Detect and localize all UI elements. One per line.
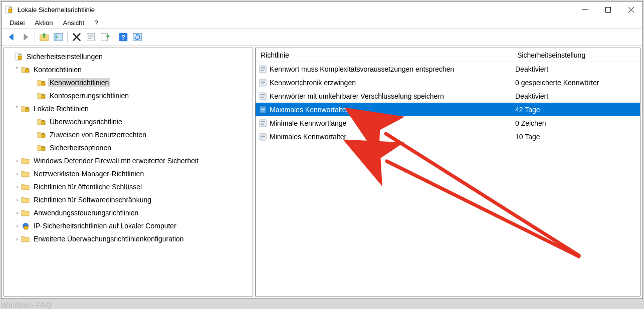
column-header-setting[interactable]: Sicherheitseinstellung xyxy=(514,51,640,59)
toolbar-back[interactable] xyxy=(5,30,19,44)
policy-row[interactable]: Kennwörter mit umkehrbarer Verschlüsselu… xyxy=(256,89,640,103)
toolbar-refresh[interactable] xyxy=(130,30,144,44)
tree-item[interactable]: ·Kontosperrungsrichtlinien xyxy=(5,89,252,102)
policy-value: 10 Tage xyxy=(515,133,640,141)
tree-item[interactable]: ›Erweiterte Überwachungsrichtlinienkonfi… xyxy=(5,232,252,245)
menu-file[interactable]: Datei xyxy=(5,18,30,28)
tree-twisty[interactable]: › xyxy=(13,197,21,203)
tree-label: Kontosperrungsrichtlinien xyxy=(48,91,130,100)
ipsec-icon-icon xyxy=(21,221,30,230)
folder-lock-icon xyxy=(37,143,46,152)
policy-icon xyxy=(259,132,268,141)
tree-label: Kontorichtlinien xyxy=(32,65,83,74)
policy-name: Minimale Kennwortlänge xyxy=(270,119,515,127)
tree-label: Anwendungssteuerungsrichtlinien xyxy=(32,208,140,217)
tree-label: Kennwortrichtlinien xyxy=(48,78,110,87)
policy-value: 0 Zeichen xyxy=(515,119,640,127)
policy-value: 42 Tage xyxy=(515,106,640,114)
tree-label: Überwachungsrichtlinie xyxy=(48,117,124,126)
toolbar-help[interactable] xyxy=(116,30,130,44)
menu-help[interactable]: ? xyxy=(89,18,103,28)
tree-item[interactable]: ›Richtlinien für Softwareeinschränkung xyxy=(5,193,252,206)
folder-closed-icon xyxy=(21,195,30,204)
policy-value: Deaktiviert xyxy=(515,92,640,100)
folder-lock-icon xyxy=(21,104,30,113)
policy-value: 0 gespeicherte Kennwörter xyxy=(515,79,640,87)
toolbar-export-list[interactable] xyxy=(98,30,112,44)
toolbar xyxy=(2,29,642,46)
tree-twisty: · xyxy=(29,145,37,151)
policy-row[interactable]: Kennwort muss Komplexitätsvoraussetzunge… xyxy=(256,62,640,76)
tree-item[interactable]: ›Anwendungssteuerungsrichtlinien xyxy=(5,206,252,219)
policy-name: Minimales Kennwortalter xyxy=(270,133,515,141)
list-header: Richtlinie Sicherheitseinstellung xyxy=(256,48,640,62)
tree-item[interactable]: ›Netzwerklisten-Manager-Richtlinien xyxy=(5,167,252,180)
tree-item[interactable]: ·Zuweisen von Benutzerrechten xyxy=(5,128,252,141)
watermark: Windows-FAQ xyxy=(1,300,52,309)
policy-row[interactable]: Minimale Kennwortlänge0 Zeichen xyxy=(256,116,640,130)
folder-closed-icon xyxy=(21,169,30,178)
toolbar-show-hide-tree[interactable] xyxy=(51,30,65,44)
folder-closed-icon xyxy=(21,208,30,217)
tree-item[interactable]: ˅Kontorichtlinien xyxy=(5,63,252,76)
menu-bar: Datei Aktion Ansicht ? xyxy=(2,18,642,29)
tree-item[interactable]: ˅Lokale Richtlinien xyxy=(5,102,252,115)
policy-row[interactable]: Maximales Kennwortalter42 Tage xyxy=(256,103,640,116)
tree-item[interactable]: ·Sicherheitsoptionen xyxy=(5,141,252,154)
column-header-policy[interactable]: Richtlinie xyxy=(258,51,514,59)
policy-row[interactable]: Kennwortchronik erzwingen0 gespeicherte … xyxy=(256,76,640,89)
tree-label: Lokale Richtlinien xyxy=(32,104,90,113)
tree-twisty: · xyxy=(29,80,37,86)
policy-value: Deaktiviert xyxy=(515,65,640,73)
tree-pane: ·Sicherheitseinstellungen˅Kontorichtlini… xyxy=(4,48,253,296)
tree-label: Netzwerklisten-Manager-Richtlinien xyxy=(32,169,145,178)
policy-icon xyxy=(259,92,268,101)
tree-item[interactable]: ›IP-Sicherheitsrichtlinien auf Lokaler C… xyxy=(5,219,252,232)
policy-row[interactable]: Minimales Kennwortalter10 Tage xyxy=(256,130,640,143)
tree-twisty[interactable]: ˅ xyxy=(13,106,21,112)
folder-lock-icon xyxy=(37,117,46,126)
minimize-button[interactable] xyxy=(573,2,596,18)
folder-lock-icon xyxy=(37,91,46,100)
tree-twisty[interactable]: › xyxy=(13,223,21,229)
maximize-button[interactable] xyxy=(596,2,619,18)
toolbar-up-folder[interactable] xyxy=(37,30,51,44)
menu-action[interactable]: Aktion xyxy=(30,18,58,28)
toolbar-delete[interactable] xyxy=(70,30,84,44)
tree-twisty[interactable]: › xyxy=(13,236,21,242)
tree-twisty[interactable]: ˅ xyxy=(13,67,21,73)
tree-item[interactable]: ·Kennwortrichtlinien xyxy=(5,76,252,89)
policy-icon xyxy=(259,78,268,87)
toolbar-forward[interactable] xyxy=(19,30,33,44)
tree-item[interactable]: ›Richtlinien für öffentliche Schlüssel xyxy=(5,180,252,193)
tree-twisty[interactable]: › xyxy=(13,158,21,164)
folder-closed-icon xyxy=(21,234,30,243)
tree-twisty: · xyxy=(29,119,37,125)
policy-icon xyxy=(259,119,268,128)
tree-label: Sicherheitseinstellungen xyxy=(25,52,104,61)
tree-label: Zuweisen von Benutzerrechten xyxy=(48,130,148,139)
tree-label: Windows Defender Firewall mit erweiterte… xyxy=(32,156,200,165)
content-area: ·Sicherheitseinstellungen˅Kontorichtlini… xyxy=(2,46,642,298)
menu-view[interactable]: Ansicht xyxy=(58,18,90,28)
policy-name: Maximales Kennwortalter xyxy=(270,106,515,114)
tree-twisty: · xyxy=(6,54,14,60)
app-window: Lokale Sicherheitsrichtlinie Datei Aktio… xyxy=(1,1,643,299)
policy-icon xyxy=(259,105,268,114)
policy-name: Kennwörter mit umkehrbarer Verschlüsselu… xyxy=(270,92,515,100)
folder-lock-icon xyxy=(37,78,46,87)
close-button[interactable] xyxy=(619,2,642,18)
tree-label: Richtlinien für öffentliche Schlüssel xyxy=(32,182,143,191)
folder-lock-icon xyxy=(37,130,46,139)
tree-twisty[interactable]: › xyxy=(13,184,21,190)
tree-root[interactable]: ·Sicherheitseinstellungen xyxy=(5,50,252,63)
policy-name: Kennwort muss Komplexitätsvoraussetzunge… xyxy=(270,65,515,73)
tree-twisty[interactable]: › xyxy=(13,210,21,216)
tree-item[interactable]: ·Überwachungsrichtlinie xyxy=(5,115,252,128)
toolbar-properties[interactable] xyxy=(84,30,98,44)
tree-twisty[interactable]: › xyxy=(13,171,21,177)
folder-closed-icon xyxy=(21,182,30,191)
tree-label: IP-Sicherheitsrichtlinien auf Lokaler Co… xyxy=(32,221,178,230)
tree-item[interactable]: ›Windows Defender Firewall mit erweitert… xyxy=(5,154,252,167)
policy-name: Kennwortchronik erzwingen xyxy=(270,79,515,87)
